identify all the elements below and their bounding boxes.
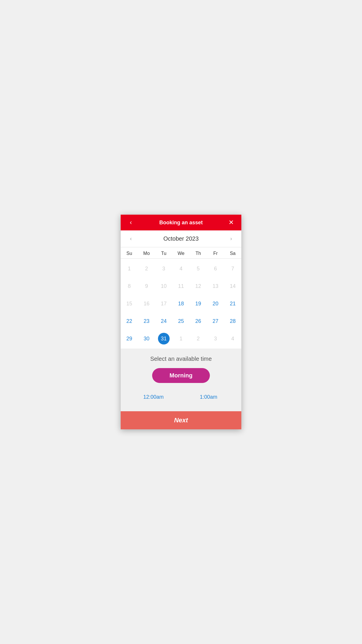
header: ‹ Booking an asset ✕ <box>121 215 241 230</box>
day-header-we: We <box>172 250 189 257</box>
calendar-cell[interactable]: 29 <box>121 330 138 347</box>
calendar-grid: 1234567891011121314151617181920212223242… <box>121 259 241 349</box>
calendar-cell[interactable]: 20 <box>207 295 224 312</box>
time-slot[interactable]: 3:00am <box>182 407 236 411</box>
calendar-cell[interactable]: 31 <box>155 330 172 347</box>
time-slot[interactable]: 1:00am <box>182 389 236 405</box>
day-headers: SuMoTuWeThFrSa <box>121 247 241 259</box>
calendar-cell: 1 <box>172 330 189 347</box>
app-container: ‹ Booking an asset ✕ ‹ October 2023 › Su… <box>121 215 241 429</box>
calendar-cell: 6 <box>207 260 224 277</box>
footer: Next <box>121 411 241 429</box>
calendar-cell: 4 <box>172 260 189 277</box>
calendar-cell: 3 <box>155 260 172 277</box>
calendar-nav: ‹ October 2023 › <box>121 230 241 247</box>
calendar-cell: 12 <box>190 277 207 295</box>
time-section-label: Select an available time <box>150 356 212 362</box>
time-slots: 12:00am1:00am2:00am3:00am <box>126 389 236 411</box>
calendar-cell: 14 <box>224 277 241 295</box>
day-header-su: Su <box>121 250 138 257</box>
calendar-cell[interactable]: 21 <box>224 295 241 312</box>
calendar-cell[interactable]: 27 <box>207 312 224 330</box>
calendar-cell: 9 <box>138 277 155 295</box>
time-section: Select an available time Morning 12:00am… <box>121 349 241 411</box>
prev-month-button[interactable]: ‹ <box>128 235 134 243</box>
calendar-cell[interactable]: 24 <box>155 312 172 330</box>
calendar-cell[interactable]: 28 <box>224 312 241 330</box>
back-button[interactable]: ‹ <box>126 219 135 226</box>
calendar-cell: 7 <box>224 260 241 277</box>
next-month-button[interactable]: › <box>228 235 234 243</box>
time-slot[interactable]: 2:00am <box>126 407 180 411</box>
calendar-cell: 2 <box>138 260 155 277</box>
calendar-cell: 11 <box>172 277 189 295</box>
calendar-cell: 16 <box>138 295 155 312</box>
calendar-cell: 1 <box>121 260 138 277</box>
calendar-cell[interactable]: 22 <box>121 312 138 330</box>
header-title: Booking an asset <box>135 220 227 226</box>
calendar-cell: 8 <box>121 277 138 295</box>
next-button[interactable]: Next <box>126 416 236 424</box>
calendar-cell[interactable]: 26 <box>190 312 207 330</box>
calendar-cell: 17 <box>155 295 172 312</box>
calendar-cell[interactable]: 18 <box>172 295 189 312</box>
calendar-month-label: October 2023 <box>163 235 198 242</box>
day-header-mo: Mo <box>138 250 155 257</box>
calendar-cell: 3 <box>207 330 224 347</box>
close-button[interactable]: ✕ <box>227 219 236 226</box>
calendar-cell[interactable]: 25 <box>172 312 189 330</box>
calendar-cell[interactable]: 23 <box>138 312 155 330</box>
calendar-cell: 13 <box>207 277 224 295</box>
calendar-cell[interactable]: 30 <box>138 330 155 347</box>
calendar-cell: 10 <box>155 277 172 295</box>
morning-button[interactable]: Morning <box>152 368 210 383</box>
time-slot[interactable]: 12:00am <box>126 389 180 405</box>
day-header-th: Th <box>190 250 207 257</box>
calendar-cell: 5 <box>190 260 207 277</box>
calendar-cell[interactable]: 19 <box>190 295 207 312</box>
calendar-cell: 2 <box>190 330 207 347</box>
calendar-cell: 4 <box>224 330 241 347</box>
day-header-fr: Fr <box>207 250 224 257</box>
calendar-cell: 15 <box>121 295 138 312</box>
day-header-sa: Sa <box>224 250 241 257</box>
day-header-tu: Tu <box>155 250 172 257</box>
